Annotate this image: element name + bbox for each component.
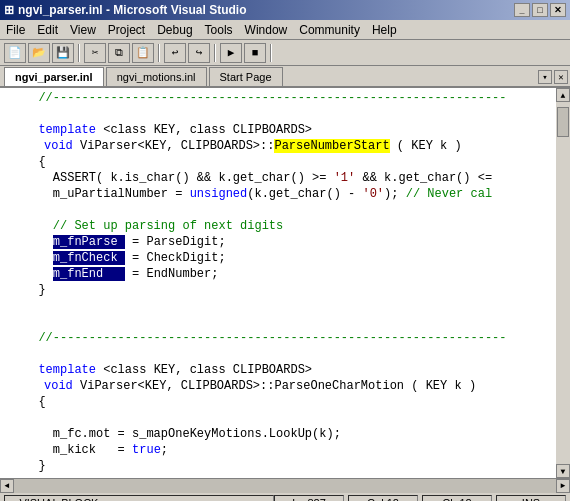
tab-ngvi-parser[interactable]: ngvi_parser.inl [4, 67, 104, 86]
sep1 [78, 44, 80, 62]
menu-community[interactable]: Community [293, 21, 366, 39]
code-text: ASSERT( k.is_char() && k.get_char() >= '… [24, 171, 492, 185]
menu-bar: File Edit View Project Debug Tools Windo… [0, 20, 570, 40]
status-bar: -- VISUAL BLOCK -- Ln 827 Col 12 Ch 12 I… [0, 492, 570, 501]
menu-edit[interactable]: Edit [31, 21, 64, 39]
tab-bar: ngvi_parser.inl ngvi_motions.inl Start P… [0, 66, 570, 88]
tab-controls: ▾ ✕ [538, 70, 568, 84]
code-text: } [24, 459, 46, 473]
tab-close-btn[interactable]: ✕ [554, 70, 568, 84]
sep3 [214, 44, 216, 62]
status-col: Col 12 [348, 495, 418, 502]
code-text: { [24, 155, 46, 169]
scroll-left-btn[interactable]: ◄ [0, 479, 14, 493]
code-line: template <class KEY, class CLIPBOARDS> [20, 362, 556, 378]
code-line: − void ViParser<KEY, CLIPBOARDS>::ParseN… [20, 138, 556, 154]
undo-btn[interactable]: ↩ [164, 43, 186, 63]
scroll-up-btn[interactable]: ▲ [556, 88, 570, 102]
status-right: Ln 827 Col 12 Ch 12 INS [274, 495, 566, 502]
code-line: //--------------------------------------… [20, 330, 556, 346]
title-bar-buttons[interactable]: _ □ ✕ [514, 3, 566, 17]
scroll-down-btn[interactable]: ▼ [556, 464, 570, 478]
code-text: void ViParser<KEY, CLIPBOARDS>::ParseOne… [44, 379, 476, 393]
scroll-track-horizontal[interactable] [14, 479, 556, 493]
status-mode: -- VISUAL BLOCK -- [4, 495, 274, 502]
sep4 [270, 44, 272, 62]
status-ins: INS [496, 495, 566, 502]
menu-file[interactable]: File [0, 21, 31, 39]
code-line: m_fnParse = ParseDigit; [20, 234, 556, 250]
menu-window[interactable]: Window [239, 21, 294, 39]
code-line [20, 346, 556, 362]
code-text: m_kick = true; [24, 443, 168, 457]
scrollbar-horizontal[interactable]: ◄ ► [0, 478, 570, 492]
editor-main[interactable]: //--------------------------------------… [0, 88, 570, 478]
code-line: m_uPartialNumber = unsigned(k.get_char()… [20, 186, 556, 202]
code-text: m_fnParse = ParseDigit; [24, 235, 226, 249]
redo-btn[interactable]: ↪ [188, 43, 210, 63]
menu-tools[interactable]: Tools [199, 21, 239, 39]
title-bar-left: ⊞ ngvi_parser.inl - Microsoft Visual Stu… [4, 3, 247, 17]
menu-debug[interactable]: Debug [151, 21, 198, 39]
menu-project[interactable]: Project [102, 21, 151, 39]
open-btn[interactable]: 📂 [28, 43, 50, 63]
title-bar: ⊞ ngvi_parser.inl - Microsoft Visual Stu… [0, 0, 570, 20]
code-text: //--------------------------------------… [24, 91, 506, 105]
minimize-button[interactable]: _ [514, 3, 530, 17]
code-text: } [24, 283, 46, 297]
code-line: //--------------------------------------… [20, 90, 556, 106]
close-button[interactable]: ✕ [550, 3, 566, 17]
app-icon: ⊞ [4, 3, 14, 17]
code-text [24, 203, 31, 217]
debug-stop-btn[interactable]: ■ [244, 43, 266, 63]
code-line [20, 298, 556, 314]
code-text: // Set up parsing of next digits [24, 219, 283, 233]
sep2 [158, 44, 160, 62]
code-text: template <class KEY, class CLIPBOARDS> [24, 123, 312, 137]
code-line [20, 410, 556, 426]
tab-start-page[interactable]: Start Page [209, 67, 283, 86]
code-line: − void ViParser<KEY, CLIPBOARDS>::ParseO… [20, 378, 556, 394]
code-text: //--------------------------------------… [24, 331, 506, 345]
code-content[interactable]: //--------------------------------------… [20, 88, 556, 478]
tab-dropdown-btn[interactable]: ▾ [538, 70, 552, 84]
code-text [24, 347, 31, 361]
toolbar: 📄 📂 💾 ✂ ⧉ 📋 ↩ ↪ ▶ ■ [0, 40, 570, 66]
code-text [24, 299, 31, 313]
menu-view[interactable]: View [64, 21, 102, 39]
code-text: m_fc.mot = s_mapOneKeyMotions.LookUp(k); [24, 427, 341, 441]
new-file-btn[interactable]: 📄 [4, 43, 26, 63]
code-line [20, 202, 556, 218]
code-text [24, 411, 31, 425]
code-line: } [20, 282, 556, 298]
menu-help[interactable]: Help [366, 21, 403, 39]
editor-container: //--------------------------------------… [0, 88, 570, 478]
scroll-track-vertical[interactable] [556, 102, 570, 464]
cut-btn[interactable]: ✂ [84, 43, 106, 63]
code-text: m_fnCheck = CheckDigit; [24, 251, 226, 265]
scroll-thumb-vertical[interactable] [557, 107, 569, 137]
maximize-button[interactable]: □ [532, 3, 548, 17]
tab-ngvi-motions[interactable]: ngvi_motions.inl [106, 67, 207, 86]
code-text: m_fnEnd = EndNumber; [24, 267, 218, 281]
debug-start-btn[interactable]: ▶ [220, 43, 242, 63]
code-text: m_uPartialNumber = unsigned(k.get_char()… [24, 187, 492, 201]
code-line: { [20, 394, 556, 410]
copy-btn[interactable]: ⧉ [108, 43, 130, 63]
window-title: ngvi_parser.inl - Microsoft Visual Studi… [18, 3, 247, 17]
save-btn[interactable]: 💾 [52, 43, 74, 63]
scroll-right-btn[interactable]: ► [556, 479, 570, 493]
code-text: { [24, 395, 46, 409]
code-line: // Set up parsing of next digits [20, 218, 556, 234]
code-text [24, 107, 31, 121]
code-line: m_fnEnd = EndNumber; [20, 266, 556, 282]
code-text [24, 315, 31, 329]
paste-btn[interactable]: 📋 [132, 43, 154, 63]
scrollbar-vertical[interactable]: ▲ ▼ [556, 88, 570, 478]
status-ln: Ln 827 [274, 495, 344, 502]
code-line [20, 314, 556, 330]
status-ch: Ch 12 [422, 495, 492, 502]
code-line: template <class KEY, class CLIPBOARDS> [20, 122, 556, 138]
code-text: template <class KEY, class CLIPBOARDS> [24, 363, 312, 377]
code-line: m_fc.mot = s_mapOneKeyMotions.LookUp(k); [20, 426, 556, 442]
